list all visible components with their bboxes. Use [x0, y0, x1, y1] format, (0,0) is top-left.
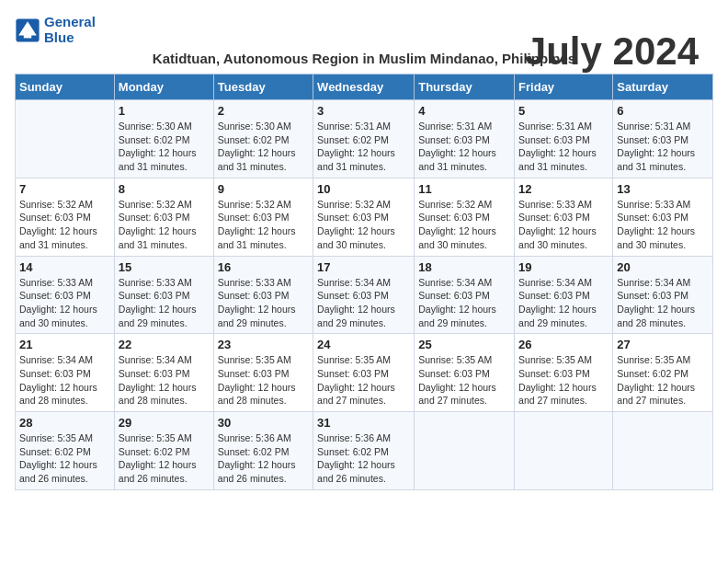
day-number: 16	[218, 260, 309, 274]
day-info: Sunrise: 5:32 AM Sunset: 6:03 PM Dayligh…	[19, 198, 110, 252]
calendar-cell: 14Sunrise: 5:33 AM Sunset: 6:03 PM Dayli…	[16, 256, 115, 334]
day-number: 19	[518, 260, 609, 274]
calendar-table: SundayMondayTuesdayWednesdayThursdayFrid…	[15, 74, 713, 490]
calendar-cell	[515, 412, 613, 490]
logo-name-line2: Blue	[44, 30, 96, 46]
calendar-header-friday: Friday	[515, 75, 613, 100]
calendar-cell: 18Sunrise: 5:34 AM Sunset: 6:03 PM Dayli…	[415, 256, 515, 334]
day-info: Sunrise: 5:36 AM Sunset: 6:02 PM Dayligh…	[218, 431, 309, 486]
calendar-cell: 28Sunrise: 5:35 AM Sunset: 6:02 PM Dayli…	[16, 412, 115, 490]
day-info: Sunrise: 5:32 AM Sunset: 6:03 PM Dayligh…	[218, 198, 309, 252]
calendar-cell: 2Sunrise: 5:30 AM Sunset: 6:02 PM Daylig…	[213, 100, 313, 178]
calendar-cell: 5Sunrise: 5:31 AM Sunset: 6:03 PM Daylig…	[515, 100, 613, 178]
calendar-header-wednesday: Wednesday	[313, 75, 415, 100]
day-info: Sunrise: 5:34 AM Sunset: 6:03 PM Dayligh…	[19, 353, 110, 408]
day-number: 2	[218, 104, 309, 118]
svg-rect-2	[24, 34, 31, 38]
day-number: 12	[518, 182, 609, 196]
day-number: 29	[119, 416, 210, 430]
day-number: 30	[218, 416, 309, 430]
day-info: Sunrise: 5:33 AM Sunset: 6:03 PM Dayligh…	[617, 198, 709, 252]
calendar-body: 1Sunrise: 5:30 AM Sunset: 6:02 PM Daylig…	[16, 100, 713, 490]
day-info: Sunrise: 5:31 AM Sunset: 6:03 PM Dayligh…	[418, 120, 510, 174]
day-number: 31	[317, 416, 410, 430]
day-number: 10	[317, 182, 410, 196]
day-info: Sunrise: 5:36 AM Sunset: 6:02 PM Dayligh…	[317, 431, 410, 486]
day-info: Sunrise: 5:35 AM Sunset: 6:03 PM Dayligh…	[518, 353, 609, 408]
calendar-header-tuesday: Tuesday	[213, 75, 313, 100]
day-info: Sunrise: 5:35 AM Sunset: 6:03 PM Dayligh…	[317, 353, 410, 408]
calendar-cell: 10Sunrise: 5:32 AM Sunset: 6:03 PM Dayli…	[313, 178, 415, 256]
calendar-week-row: 21Sunrise: 5:34 AM Sunset: 6:03 PM Dayli…	[16, 334, 713, 412]
calendar-cell: 22Sunrise: 5:34 AM Sunset: 6:03 PM Dayli…	[114, 334, 213, 412]
day-info: Sunrise: 5:31 AM Sunset: 6:02 PM Dayligh…	[317, 120, 410, 174]
month-title: July 2024	[525, 29, 699, 74]
day-number: 26	[518, 338, 609, 351]
day-number: 17	[317, 260, 410, 274]
calendar-cell	[16, 100, 115, 178]
calendar-cell: 1Sunrise: 5:30 AM Sunset: 6:02 PM Daylig…	[114, 100, 213, 178]
day-info: Sunrise: 5:35 AM Sunset: 6:02 PM Dayligh…	[19, 431, 110, 486]
day-info: Sunrise: 5:30 AM Sunset: 6:02 PM Dayligh…	[218, 120, 309, 174]
calendar-cell: 21Sunrise: 5:34 AM Sunset: 6:03 PM Dayli…	[16, 334, 115, 412]
calendar-cell: 6Sunrise: 5:31 AM Sunset: 6:03 PM Daylig…	[613, 100, 713, 178]
calendar-cell: 19Sunrise: 5:34 AM Sunset: 6:03 PM Dayli…	[515, 256, 613, 334]
calendar-cell	[415, 412, 515, 490]
day-number: 5	[518, 104, 609, 118]
calendar-cell: 8Sunrise: 5:32 AM Sunset: 6:03 PM Daylig…	[114, 178, 213, 256]
day-number: 9	[218, 182, 309, 196]
day-number: 28	[19, 416, 110, 430]
calendar-cell: 24Sunrise: 5:35 AM Sunset: 6:03 PM Dayli…	[313, 334, 415, 412]
calendar-header-thursday: Thursday	[415, 75, 515, 100]
calendar-header-row: SundayMondayTuesdayWednesdayThursdayFrid…	[16, 75, 713, 100]
calendar-cell: 29Sunrise: 5:35 AM Sunset: 6:02 PM Dayli…	[114, 412, 213, 490]
day-number: 8	[119, 182, 210, 196]
day-number: 20	[617, 260, 709, 274]
day-info: Sunrise: 5:34 AM Sunset: 6:03 PM Dayligh…	[518, 276, 609, 330]
day-number: 7	[19, 182, 110, 196]
day-number: 13	[617, 182, 709, 196]
calendar-header-sunday: Sunday	[16, 75, 115, 100]
calendar-cell: 17Sunrise: 5:34 AM Sunset: 6:03 PM Dayli…	[313, 256, 415, 334]
day-number: 11	[418, 182, 510, 196]
day-number: 3	[317, 104, 410, 118]
calendar-cell: 31Sunrise: 5:36 AM Sunset: 6:02 PM Dayli…	[313, 412, 415, 490]
calendar-cell: 30Sunrise: 5:36 AM Sunset: 6:02 PM Dayli…	[213, 412, 313, 490]
calendar-cell: 16Sunrise: 5:33 AM Sunset: 6:03 PM Dayli…	[213, 256, 313, 334]
day-number: 18	[418, 260, 510, 274]
calendar-cell: 9Sunrise: 5:32 AM Sunset: 6:03 PM Daylig…	[213, 178, 313, 256]
day-number: 21	[19, 338, 110, 351]
day-info: Sunrise: 5:33 AM Sunset: 6:03 PM Dayligh…	[518, 198, 609, 252]
calendar-week-row: 7Sunrise: 5:32 AM Sunset: 6:03 PM Daylig…	[16, 178, 713, 256]
calendar-cell: 4Sunrise: 5:31 AM Sunset: 6:03 PM Daylig…	[415, 100, 515, 178]
day-info: Sunrise: 5:33 AM Sunset: 6:03 PM Dayligh…	[19, 276, 110, 330]
day-info: Sunrise: 5:34 AM Sunset: 6:03 PM Dayligh…	[317, 276, 410, 330]
day-info: Sunrise: 5:32 AM Sunset: 6:03 PM Dayligh…	[418, 198, 510, 252]
day-info: Sunrise: 5:31 AM Sunset: 6:03 PM Dayligh…	[518, 120, 609, 174]
calendar-cell: 20Sunrise: 5:34 AM Sunset: 6:03 PM Dayli…	[613, 256, 713, 334]
calendar-header-saturday: Saturday	[613, 75, 713, 100]
day-number: 25	[418, 338, 510, 351]
day-info: Sunrise: 5:31 AM Sunset: 6:03 PM Dayligh…	[617, 120, 709, 174]
calendar-cell: 27Sunrise: 5:35 AM Sunset: 6:02 PM Dayli…	[613, 334, 713, 412]
calendar-cell	[613, 412, 713, 490]
calendar-cell: 23Sunrise: 5:35 AM Sunset: 6:03 PM Dayli…	[213, 334, 313, 412]
day-info: Sunrise: 5:33 AM Sunset: 6:03 PM Dayligh…	[218, 276, 309, 330]
day-info: Sunrise: 5:35 AM Sunset: 6:03 PM Dayligh…	[218, 353, 309, 408]
day-number: 27	[617, 338, 709, 351]
day-info: Sunrise: 5:32 AM Sunset: 6:03 PM Dayligh…	[119, 198, 210, 252]
calendar-header-monday: Monday	[114, 75, 213, 100]
day-number: 14	[19, 260, 110, 274]
calendar-week-row: 1Sunrise: 5:30 AM Sunset: 6:02 PM Daylig…	[16, 100, 713, 178]
logo-icon	[15, 17, 40, 43]
day-number: 4	[418, 104, 510, 118]
day-info: Sunrise: 5:35 AM Sunset: 6:02 PM Dayligh…	[617, 353, 709, 408]
calendar-cell: 12Sunrise: 5:33 AM Sunset: 6:03 PM Dayli…	[515, 178, 613, 256]
calendar-cell: 26Sunrise: 5:35 AM Sunset: 6:03 PM Dayli…	[515, 334, 613, 412]
title-section: July 2024	[525, 29, 699, 74]
day-number: 23	[218, 338, 309, 351]
day-info: Sunrise: 5:30 AM Sunset: 6:02 PM Dayligh…	[119, 120, 210, 174]
calendar-week-row: 28Sunrise: 5:35 AM Sunset: 6:02 PM Dayli…	[16, 412, 713, 490]
day-number: 1	[119, 104, 210, 118]
calendar-cell: 15Sunrise: 5:33 AM Sunset: 6:03 PM Dayli…	[114, 256, 213, 334]
